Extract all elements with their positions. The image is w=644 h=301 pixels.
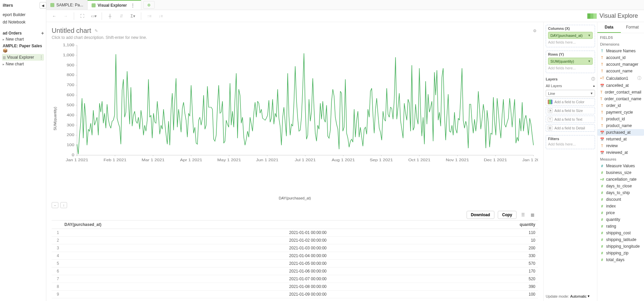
collapse-chart-button[interactable]: – (52, 202, 58, 208)
field-cancelled_at[interactable]: 📅 cancelled_at (597, 82, 644, 89)
field-type-icon: 📅 (600, 84, 604, 87)
field-account_name[interactable]: T account_name (597, 68, 644, 74)
rows-pill[interactable]: SUM(quantity)▾ (548, 58, 593, 65)
rows-shelf[interactable]: Rows (Y) SUM(quantity)▾ Add fields here.… (546, 51, 595, 73)
download-button[interactable]: Download (467, 211, 494, 219)
visual-explorer-item[interactable]: ▥ Visual Explorer ⋮ (2, 54, 44, 61)
collapse-sidebar-button[interactable]: ◀ (40, 2, 46, 9)
table-row[interactable]: 7 2021-01-07 00:00:00 520 (52, 275, 538, 283)
report-builder-link[interactable]: eport Builder (2, 11, 44, 18)
mark-type-select[interactable]: Line▾ (546, 90, 595, 97)
field-discount[interactable]: # discount (597, 196, 644, 203)
table-row[interactable]: 1 2021-01-01 00:00:00 110 (52, 229, 538, 237)
chart-title[interactable]: Untitled chart (52, 27, 91, 35)
add-notebook-link[interactable]: dd Notebook (2, 18, 44, 26)
field-purchased_at[interactable]: 📅 purchased_at (597, 129, 644, 136)
text-drop[interactable]: TAdd a field to Text (546, 116, 595, 123)
field-review[interactable]: T review (597, 142, 644, 149)
field-shipping_longitude[interactable]: # shipping_longitude (597, 243, 644, 250)
tab-sample[interactable]: SAMPLE: Pa... (46, 0, 88, 10)
color-drop[interactable]: Add a field to Color (546, 98, 595, 106)
svg-text:Dec 1 2021: Dec 1 2021 (484, 158, 507, 162)
columns-shelf[interactable]: Columns (X) DAY(purchased_at)▾ Add field… (546, 25, 595, 47)
columns-placeholder[interactable]: Add fields here... (548, 40, 593, 44)
col-date-header[interactable]: DAY(purchased_at) (62, 221, 329, 229)
table-row[interactable]: 3 2021-01-03 00:00:00 200 (52, 244, 538, 252)
field-returned_at[interactable]: 📅 returned_at (597, 136, 644, 142)
chart-canvas[interactable]: 01002003004005006007008009001,0001,100Ja… (57, 43, 538, 194)
layers-header[interactable]: Layers ⓘ (546, 76, 595, 81)
field-type-icon: T (600, 111, 604, 114)
all-layers-toggle[interactable]: All Layers ▴ (546, 83, 595, 88)
card-view-icon[interactable]: ▦ (529, 212, 535, 218)
field-rating[interactable]: # rating (597, 223, 644, 230)
field-shipping_cost[interactable]: # shipping_cost (597, 230, 644, 236)
undo-button[interactable]: ← (50, 11, 59, 21)
redo-button[interactable]: → (61, 11, 70, 21)
table-row[interactable]: 8 2021-01-08 00:00:00 390 (52, 283, 538, 291)
field-days_to_close[interactable]: # days_to_close (597, 183, 644, 189)
field-calculation1[interactable]: =T Calculation1ⓘ (597, 74, 644, 82)
field-cancellation_rate[interactable]: =# cancellation_rate (597, 176, 644, 183)
add-chart-icon[interactable]: + (41, 31, 44, 36)
field-shipping_latitude[interactable]: # shipping_latitude (597, 236, 644, 243)
new-chart-item[interactable]: ▸New chart (2, 36, 44, 43)
swap-button[interactable]: ⇵ (117, 11, 126, 21)
rows-placeholder[interactable]: Add fields here... (548, 66, 593, 70)
table-row[interactable]: 5 2021-01-05 00:00:00 570 (52, 260, 538, 267)
field-account_id[interactable]: T account_id (597, 54, 644, 61)
filters-placeholder[interactable]: Add fields here... (548, 142, 593, 146)
sort-asc-button[interactable]: ↑≡ (145, 11, 154, 21)
field-order_contact_email[interactable]: T order_contact_email (597, 89, 644, 96)
fit-button[interactable]: ⛶ (77, 11, 87, 21)
sort-desc-button[interactable]: ↓≡ (156, 11, 165, 21)
field-product_name[interactable]: T product_name (597, 122, 644, 129)
filters-shelf[interactable]: Filters Add fields here... (546, 135, 595, 149)
copy-button[interactable]: Copy (498, 211, 517, 219)
field-measure-values[interactable]: # Measure Values (597, 163, 644, 169)
field-type-icon: # (600, 211, 604, 215)
field-order_contact_name[interactable]: T order_contact_name (597, 96, 644, 102)
fields-tab-format[interactable]: Format (621, 22, 644, 33)
item-menu-icon[interactable]: ⋮ (39, 55, 43, 60)
columns-pill[interactable]: DAY(purchased_at)▾ (548, 32, 593, 39)
field-index[interactable]: # index (597, 203, 644, 209)
new-chart-item-2[interactable]: ▸New chart (2, 61, 44, 67)
field-account_manager[interactable]: T account_manager (597, 61, 644, 68)
table-row[interactable]: 4 2021-01-04 00:00:00 330 (52, 252, 538, 260)
field-payment_cycle[interactable]: T payment_cycle (597, 109, 644, 116)
tab-visual-explorer[interactable]: Visual Explorer ⋮ (88, 0, 141, 10)
field-days_to_ship[interactable]: # days_to_ship (597, 189, 644, 196)
detail-drop[interactable]: ⊞Add a field to Detail (546, 124, 595, 132)
field-shipping_zip[interactable]: # shipping_zip (597, 250, 644, 256)
update-mode-select[interactable]: Automatic ▾ (570, 294, 590, 298)
tab-menu-icon[interactable]: ⋮ (129, 3, 137, 8)
table-row[interactable]: 6 2021-01-06 00:00:00 170 (52, 267, 538, 275)
fields-tab-data[interactable]: Data (597, 22, 621, 33)
field-measure-names[interactable]: T Measure Names (597, 48, 644, 54)
edit-title-icon[interactable]: ✎ (95, 28, 98, 33)
field-total_days[interactable]: # total_days (597, 256, 644, 263)
table-view-icon[interactable]: ☰ (520, 212, 526, 218)
chart-type-button[interactable]: ▭▾ (89, 11, 98, 21)
aggregate-button[interactable]: Σ▾ (128, 11, 138, 21)
info-icon[interactable]: ⓘ (591, 76, 595, 81)
field-quantity[interactable]: # quantity (597, 216, 644, 223)
expand-chart-button[interactable]: ↕ (60, 202, 67, 208)
field-order_id[interactable]: T order_id (597, 102, 644, 109)
add-axis-button[interactable]: ┼ (105, 11, 115, 21)
field-price[interactable]: # price (597, 209, 644, 216)
new-tab-button[interactable]: ⊕ (143, 1, 155, 9)
sample-paper-sales-item[interactable]: AMPLE: Paper Sales 📦 (2, 43, 44, 54)
info-icon[interactable]: ⓘ (637, 75, 641, 81)
field-reviewed_at[interactable]: 📅 reviewed_at (597, 149, 644, 156)
table-row[interactable]: 2 2021-01-02 00:00:00 10 (52, 237, 538, 244)
chart-settings-icon[interactable]: ⚙ (532, 27, 538, 35)
field-product_id[interactable]: T product_id (597, 116, 644, 122)
col-qty-header[interactable]: quantity (329, 221, 538, 229)
size-drop[interactable]: ◔Add a field to Size (546, 107, 595, 114)
field-business_size[interactable]: # business_size (597, 169, 644, 176)
table-row[interactable]: 9 2021-01-09 00:00:00 100 (52, 291, 538, 298)
chart-description[interactable]: Click to add chart description. Shift-en… (52, 35, 538, 40)
field-type-icon: T (600, 104, 604, 108)
